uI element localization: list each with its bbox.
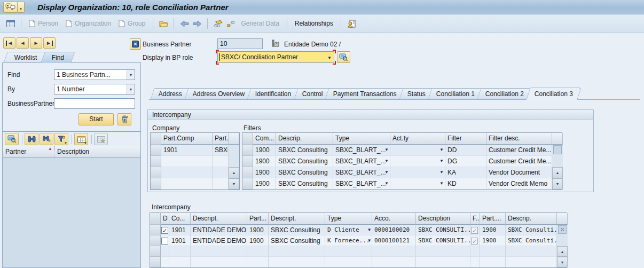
- cell-co[interactable]: 1901: [169, 235, 191, 246]
- chevron-down-icon[interactable]: ▼: [127, 84, 135, 94]
- tab-address[interactable]: Address: [151, 88, 191, 99]
- chevron-down-icon[interactable]: ▼: [439, 159, 444, 163]
- cell-actty-dropdown[interactable]: ▼: [390, 145, 445, 156]
- column-header-description[interactable]: Description: [54, 146, 140, 157]
- empty-cell[interactable]: [247, 257, 269, 267]
- cell-descrip[interactable]: SBXC Consulting: [276, 178, 333, 190]
- column-header-descrip[interactable]: Descrip.: [276, 133, 333, 145]
- cell-filterdesc[interactable]: Vendor Credit Memo: [486, 178, 552, 190]
- tab-find[interactable]: Find: [41, 52, 76, 63]
- monitor-search-button[interactable]: [5, 133, 19, 145]
- close-worklist-button[interactable]: ×: [130, 38, 141, 50]
- tab-payment-transactions[interactable]: Payment Transactions: [325, 88, 405, 99]
- cell-descript2[interactable]: SBXC Consulting: [269, 225, 325, 235]
- cell-actty-dropdown[interactable]: ▼: [390, 178, 445, 190]
- cell-co[interactable]: 1901: [169, 225, 191, 235]
- column-header-filterdesc[interactable]: Filter desc.: [486, 133, 552, 145]
- cell-filterdesc[interactable]: Customer Credit Me...: [486, 156, 552, 167]
- empty-cell[interactable]: [161, 178, 213, 190]
- cell-type-dropdown[interactable]: D Cliente▼: [325, 225, 372, 235]
- person-button[interactable]: Person: [25, 17, 62, 30]
- cell-com[interactable]: 1900: [253, 167, 276, 178]
- empty-cell[interactable]: [191, 246, 247, 257]
- empty-cell[interactable]: [480, 257, 506, 267]
- forward-button[interactable]: [191, 17, 203, 30]
- column-header-part2[interactable]: Part....: [480, 213, 506, 225]
- scroll-down-button[interactable]: ▼: [229, 178, 239, 190]
- empty-cell[interactable]: [269, 246, 325, 257]
- row-selector[interactable]: [150, 235, 161, 246]
- column-header-partner[interactable]: Partner ▲: [3, 146, 54, 157]
- cell-acco[interactable]: 0000100121: [372, 235, 416, 246]
- group-button[interactable]: Group: [115, 17, 149, 30]
- empty-cell[interactable]: [191, 257, 247, 267]
- chevron-down-icon[interactable]: ▼: [384, 159, 389, 163]
- find-button[interactable]: [25, 133, 38, 145]
- scroll-down-button[interactable]: ▼: [552, 178, 563, 190]
- cell-type-dropdown[interactable]: SBXC_BLART_...▼: [333, 178, 390, 190]
- chevron-down-icon[interactable]: ▼: [439, 170, 444, 175]
- organization-button[interactable]: Organization: [62, 17, 115, 30]
- column-header-acco[interactable]: Acco.: [372, 213, 416, 225]
- column-header-descrip2[interactable]: Descrip.: [506, 213, 557, 225]
- row-selector[interactable]: [151, 156, 161, 167]
- chevron-down-icon[interactable]: ▼: [327, 56, 332, 60]
- empty-cell[interactable]: [470, 257, 480, 267]
- empty-cell[interactable]: [416, 246, 470, 257]
- cell-descript[interactable]: ENTIDADE DEMO: [191, 235, 247, 246]
- partner-relationship-button[interactable]: [345, 17, 358, 30]
- business-partner-icon[interactable]: [3, 2, 18, 13]
- find-by-select[interactable]: 1 Number ▼: [54, 84, 135, 94]
- column-header-part[interactable]: Part...: [247, 213, 269, 225]
- cell-filter[interactable]: KD: [445, 178, 486, 190]
- titlebar-menu-dropdown[interactable]: ▾: [18, 2, 25, 13]
- empty-cell[interactable]: [161, 156, 213, 167]
- business-partner-search-input[interactable]: [54, 98, 135, 109]
- cell-actty-dropdown[interactable]: ▼: [390, 156, 445, 167]
- back-button[interactable]: [178, 17, 191, 30]
- empty-cell[interactable]: [480, 246, 506, 257]
- open-bp-button[interactable]: [157, 17, 170, 30]
- bp-role-detail-button[interactable]: [337, 51, 350, 63]
- scroll-down-button[interactable]: ▼: [557, 257, 568, 267]
- filter-button[interactable]: ▼: [54, 133, 68, 145]
- scrollbar-thumb[interactable]: [553, 145, 562, 154]
- business-partner-number-field[interactable]: [217, 38, 263, 49]
- empty-cell[interactable]: [325, 246, 372, 257]
- cell-com[interactable]: 1900: [253, 145, 276, 156]
- hierarchy-button[interactable]: [224, 17, 237, 30]
- cell-descript[interactable]: ENTIDADE DEMO: [191, 225, 247, 235]
- empty-cell[interactable]: [247, 246, 269, 257]
- previous-record-button[interactable]: ◄: [17, 37, 29, 49]
- cell-part[interactable]: SBXC ...: [213, 145, 229, 156]
- cell-descrip2[interactable]: SBXC Consulti...: [506, 235, 557, 246]
- overview-grid-button[interactable]: [4, 17, 17, 30]
- cell-descrip[interactable]: SBXC Consulting: [276, 167, 333, 178]
- cell-filter[interactable]: DD: [445, 145, 486, 156]
- cell-com[interactable]: 1900: [253, 178, 276, 190]
- cell-descrip[interactable]: SBXC Consulting: [276, 145, 333, 156]
- cell-acco[interactable]: 0000100020: [372, 225, 416, 235]
- empty-cell[interactable]: [325, 257, 372, 267]
- chevron-down-icon[interactable]: ▼: [64, 141, 67, 145]
- scrollbar-thumb-cell[interactable]: [557, 225, 568, 235]
- scroll-up-button[interactable]: ▲: [557, 246, 568, 257]
- cell-descrip[interactable]: SBXC Consulting: [276, 156, 333, 167]
- empty-cell[interactable]: [506, 257, 557, 267]
- empty-cell[interactable]: [213, 178, 229, 190]
- empty-cell[interactable]: [372, 257, 416, 267]
- scroll-up-button[interactable]: ▲: [552, 167, 563, 178]
- empty-cell[interactable]: [416, 257, 470, 267]
- row-selector[interactable]: [242, 178, 253, 190]
- column-header-filter[interactable]: Filter: [445, 133, 486, 145]
- chevron-down-icon[interactable]: ▼: [368, 238, 371, 243]
- chevron-down-icon[interactable]: ▼: [384, 170, 389, 175]
- scrollbar-track[interactable]: [229, 156, 239, 167]
- scrollbar-track[interactable]: [557, 235, 568, 246]
- tab-conciliation-3[interactable]: Conciliation 3: [527, 88, 582, 100]
- empty-cell[interactable]: [161, 246, 169, 257]
- layout-button[interactable]: ▼: [74, 133, 88, 145]
- checkbox[interactable]: [161, 227, 168, 234]
- scrollbar-thumb-cell[interactable]: [552, 145, 563, 156]
- scrollbar-thumb[interactable]: [558, 225, 567, 234]
